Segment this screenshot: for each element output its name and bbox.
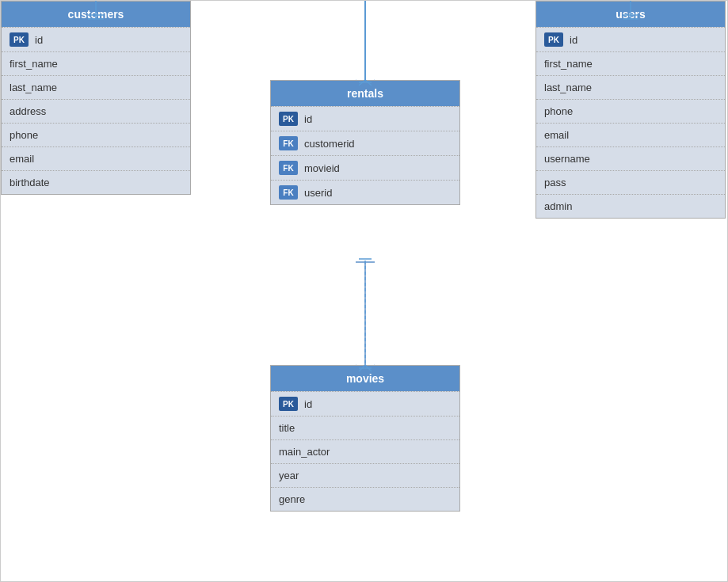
movies-id-row: PK id — [271, 391, 459, 416]
customers-table-header: customers — [2, 2, 190, 27]
field-email: email — [10, 153, 34, 165]
pk-badge: PK — [10, 32, 29, 47]
rentals-table: rentals PK id FK customerid FK movieid F… — [270, 80, 460, 205]
users-admin-row: admin — [536, 194, 725, 218]
movies-title-row: title — [271, 416, 459, 439]
movies-table-header: movies — [271, 366, 459, 391]
movies-year-row: year — [271, 463, 459, 487]
users-phone-row: phone — [536, 99, 725, 123]
customers-email-row: email — [2, 146, 190, 170]
field-last-name: last_name — [544, 82, 592, 93]
customers-firstname-row: first_name — [2, 51, 190, 75]
field-email: email — [544, 129, 569, 141]
rentals-table-header: rentals — [271, 81, 459, 106]
rentals-movieid-row: FK movieid — [271, 155, 459, 180]
customers-birthdate-row: birthdate — [2, 170, 190, 194]
rentals-id-row: PK id — [271, 106, 459, 131]
movies-table: movies PK id title main_actor year genre — [270, 365, 460, 512]
movies-genre-row: genre — [271, 487, 459, 511]
users-lastname-row: last_name — [536, 75, 725, 99]
field-birthdate: birthdate — [10, 177, 50, 188]
users-email-row: email — [536, 123, 725, 146]
field-title: title — [279, 422, 295, 434]
customers-address-row: address — [2, 99, 190, 123]
field-customerid: customerid — [304, 138, 355, 150]
rentals-userid-row: FK userid — [271, 180, 459, 204]
field-main-actor: main_actor — [279, 446, 330, 458]
field-id: id — [304, 113, 312, 125]
field-year: year — [279, 470, 299, 481]
field-id: id — [570, 34, 577, 46]
erd-canvas: customers PK id first_name last_name add… — [0, 0, 728, 582]
fk-badge: FK — [279, 136, 298, 150]
users-pass-row: pass — [536, 170, 725, 194]
field-first-name: first_name — [544, 58, 593, 70]
field-admin: admin — [544, 200, 572, 212]
movies-mainactor-row: main_actor — [271, 439, 459, 463]
pk-badge: PK — [544, 32, 563, 47]
customers-id-row: PK id — [2, 27, 190, 51]
field-userid: userid — [304, 187, 332, 199]
customers-phone-row: phone — [2, 123, 190, 146]
users-table: users PK id first_name last_name phone e… — [536, 1, 726, 219]
fk-badge: FK — [279, 161, 298, 175]
field-phone: phone — [544, 105, 573, 117]
field-phone: phone — [10, 129, 38, 141]
customers-lastname-row: last_name — [2, 75, 190, 99]
users-firstname-row: first_name — [536, 51, 725, 75]
fk-badge: FK — [279, 185, 298, 200]
field-id: id — [304, 398, 312, 410]
field-movieid: movieid — [304, 162, 340, 174]
pk-badge: PK — [279, 112, 298, 126]
customers-table: customers PK id first_name last_name add… — [1, 1, 191, 195]
field-id: id — [35, 34, 43, 46]
field-last-name: last_name — [10, 82, 57, 93]
field-first-name: first_name — [10, 58, 58, 70]
field-username: username — [544, 153, 590, 165]
rentals-customerid-row: FK customerid — [271, 131, 459, 155]
users-username-row: username — [536, 146, 725, 170]
pk-badge: PK — [279, 397, 298, 411]
field-pass: pass — [544, 177, 566, 188]
field-genre: genre — [279, 493, 305, 505]
users-id-row: PK id — [536, 27, 725, 51]
field-address: address — [10, 105, 46, 117]
users-table-header: users — [536, 2, 725, 27]
